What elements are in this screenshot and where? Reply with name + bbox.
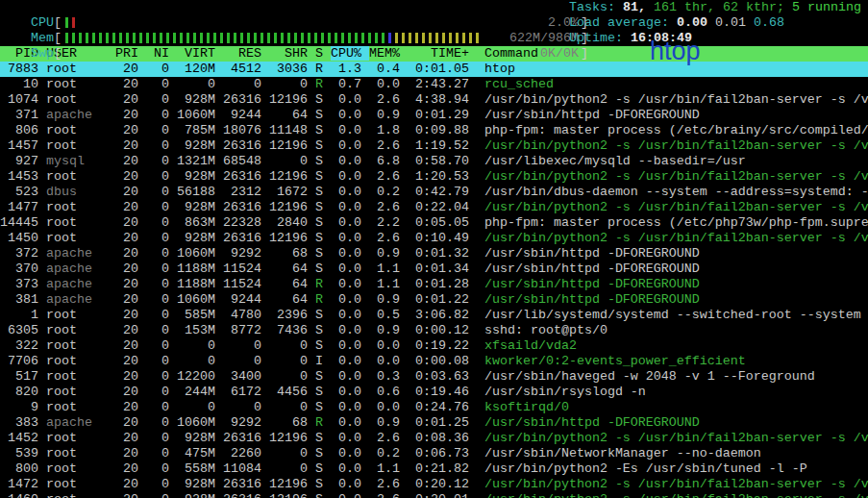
process-row[interactable]: 381 apache 20 0 1060M 9244 64 R 0.0 0.9 … <box>0 292 868 308</box>
process-row[interactable]: 370 apache 20 0 1188M 11524 64 S 0.0 1.1… <box>0 261 868 277</box>
cell-user: root <box>46 231 115 245</box>
tasks-segment-1: 81, <box>623 0 654 14</box>
cell-pid: 1477 <box>0 200 46 214</box>
cell-state: S <box>315 200 331 214</box>
cell-usage-time: 0.0 6.8 0:58.70 <box>331 154 484 168</box>
cell-usage-time: 0.0 2.6 4:38.94 <box>331 92 484 107</box>
cell-state: R <box>315 277 331 291</box>
cell-user: root <box>46 77 115 91</box>
cell-pid: 1452 <box>0 431 46 445</box>
swp-meter-line: Swp[0K/0K] Uptime: 16:08:49 <box>0 31 868 46</box>
cell-state: S <box>315 246 331 261</box>
cell-usage-time: 0.0 0.2 0:42.79 <box>331 185 484 199</box>
cell-stats: 20 0 1060M 9292 68 <box>115 246 315 261</box>
load-segment-0: Load average: <box>569 15 677 30</box>
mem-meter-line: Mem[622M/986M] Load average: 0.00 0.01 0… <box>0 15 868 31</box>
cell-stats: 20 0 0 0 0 <box>115 338 315 353</box>
cell-command: /usr/bin/python2 -s /usr/bin/fail2ban-se… <box>484 231 868 245</box>
process-row[interactable]: 1453 root 20 0 928M 26316 12196 S 0.0 2.… <box>0 169 868 185</box>
process-row[interactable]: 1477 root 20 0 928M 26316 12196 S 0.0 2.… <box>0 200 868 215</box>
cell-usage-time: 0.0 2.2 0:05.05 <box>331 215 484 230</box>
cell-usage-time: 0.0 2.6 1:20.53 <box>331 169 484 184</box>
process-row[interactable]: 373 apache 20 0 1188M 11524 64 R 0.0 1.1… <box>0 277 868 292</box>
cell-state: R <box>315 62 331 76</box>
process-row[interactable]: 1460 root 20 0 928M 26316 12196 S 0.0 2.… <box>0 492 868 498</box>
cell-stats: 20 0 56188 2312 1672 <box>115 185 315 199</box>
process-row-selected[interactable]: 7883 root 20 0 120M 4512 3036 R 1.3 0.4 … <box>0 62 868 77</box>
swp-meter-value: 0K/0K <box>540 46 579 62</box>
cell-command: /usr/libexec/mysqld --basedir=/usr <box>484 154 746 168</box>
cell-usage-time: 0.7 0.0 2:43.27 <box>331 77 484 91</box>
cell-pid: 1450 <box>0 231 46 245</box>
cell-command: sshd: root@pts/0 <box>484 323 608 337</box>
cell-pid: 14445 <box>0 215 46 230</box>
cell-pid: 1460 <box>0 492 46 498</box>
cell-pid: 517 <box>0 369 46 384</box>
cell-pid: 1472 <box>0 477 46 491</box>
cell-state: S <box>315 338 331 353</box>
cell-state: S <box>315 231 331 245</box>
process-row[interactable]: 371 apache 20 0 1060M 9244 64 S 0.0 0.9 … <box>0 108 868 123</box>
cell-command: /usr/bin/python2 -s /usr/bin/fail2ban-se… <box>484 92 868 107</box>
process-row[interactable]: 1074 root 20 0 928M 26316 12196 S 0.0 2.… <box>0 92 868 108</box>
cell-state: S <box>315 323 331 337</box>
process-row[interactable]: 517 root 20 0 12200 3400 0 S 0.0 0.3 0:0… <box>0 369 868 385</box>
cell-pid: 539 <box>0 446 46 461</box>
process-row[interactable]: 383 apache 20 0 1060M 9292 68 R 0.0 0.9 … <box>0 415 868 431</box>
process-row[interactable]: 820 root 20 0 244M 6172 4456 S 0.0 0.6 0… <box>0 385 868 400</box>
cell-command: /usr/bin/python2 -s /usr/bin/fail2ban-se… <box>484 138 868 153</box>
process-row[interactable]: 1452 root 20 0 928M 26316 12196 S 0.0 2.… <box>0 431 868 446</box>
cell-usage-time: 0.0 0.6 0:19.46 <box>331 385 484 399</box>
cell-state: S <box>315 154 331 168</box>
cell-command: /usr/sbin/NetworkManager --no-daemon <box>484 446 761 461</box>
tasks-segment-0: Tasks: <box>569 0 623 14</box>
cell-usage-time: 0.0 0.9 0:01.22 <box>331 292 484 307</box>
process-row[interactable]: 1457 root 20 0 928M 26316 12196 S 0.0 2.… <box>0 138 868 154</box>
cell-stats: 20 0 785M 18076 11148 <box>115 123 315 137</box>
process-row[interactable]: 1 root 20 0 585M 4780 2396 S 0.0 0.5 3:0… <box>0 308 868 323</box>
cell-user: root <box>46 215 115 230</box>
cell-user: apache <box>46 277 115 291</box>
cell-command: php-fpm: master process (/etc/php73w/php… <box>484 215 868 230</box>
process-row[interactable]: 523 dbus 20 0 56188 2312 1672 S 0.0 0.2 … <box>0 185 868 200</box>
cell-command: /usr/sbin/httpd -DFOREGROUND <box>484 246 700 261</box>
cell-usage-time: 0.0 0.9 0:01.29 <box>331 108 484 122</box>
cell-stats: 20 0 928M 26316 12196 <box>115 169 315 184</box>
cell-pid: 9 <box>0 400 46 414</box>
process-row[interactable]: 372 apache 20 0 1060M 9292 68 S 0.0 0.9 … <box>0 246 868 261</box>
cell-state: S <box>315 169 331 184</box>
cell-command: ksoftirqd/0 <box>484 400 569 414</box>
process-row[interactable]: 539 root 20 0 475M 2260 0 S 0.0 0.2 0:06… <box>0 446 868 461</box>
process-row[interactable]: 322 root 20 0 0 0 0 S 0.0 0.0 0:19.22 xf… <box>0 338 868 354</box>
cell-stats: 20 0 120M 4512 3036 <box>115 62 315 76</box>
process-row[interactable]: 1450 root 20 0 928M 26316 12196 S 0.0 2.… <box>0 231 868 246</box>
cell-usage-time: 0.0 0.2 0:06.73 <box>331 446 484 461</box>
process-row[interactable]: 1472 root 20 0 928M 26316 12196 S 0.0 2.… <box>0 477 868 492</box>
cell-pid: 383 <box>0 415 46 430</box>
cell-user: root <box>46 461 115 476</box>
process-row[interactable]: 7706 root 20 0 0 0 0 I 0.0 0.0 0:00.08 k… <box>0 354 868 369</box>
cell-usage-time: 0.0 0.3 0:03.63 <box>331 369 484 384</box>
cell-state: S <box>315 123 331 137</box>
process-row[interactable]: 14445 root 20 0 863M 22328 2840 S 0.0 2.… <box>0 215 868 231</box>
process-row[interactable]: 806 root 20 0 785M 18076 11148 S 0.0 1.8… <box>0 123 868 138</box>
process-row[interactable]: 10 root 20 0 0 0 0 R 0.7 0.0 2:43.27 rcu… <box>0 77 868 92</box>
cell-state: S <box>315 369 331 384</box>
swp-meter-close-bracket: ] <box>581 46 588 61</box>
process-row[interactable]: 9 root 20 0 0 0 0 S 0.0 0.0 0:24.76 ksof… <box>0 400 868 415</box>
tasks-segment-4: 5 running <box>792 0 861 14</box>
cell-command: rcu_sched <box>484 77 554 91</box>
cell-state: S <box>315 492 331 498</box>
cell-stats: 20 0 1321M 68548 0 <box>115 154 315 168</box>
cell-usage-time: 0.0 0.0 0:24.76 <box>331 400 484 414</box>
process-row[interactable]: 6305 root 20 0 153M 8772 7436 S 0.0 0.9 … <box>0 323 868 338</box>
tasks-segment-2: 161 thr, <box>654 0 723 14</box>
cell-usage-time: 0.0 1.8 0:09.88 <box>331 123 484 137</box>
cell-state: R <box>315 415 331 430</box>
cell-state: S <box>315 385 331 399</box>
process-row[interactable]: 800 root 20 0 558M 11084 0 S 0.0 1.1 0:2… <box>0 461 868 477</box>
cell-user: root <box>46 169 115 184</box>
cell-stats: 20 0 0 0 0 <box>115 354 315 368</box>
process-row[interactable]: 927 mysql 20 0 1321M 68548 0 S 0.0 6.8 0… <box>0 154 868 169</box>
cpu-meter-line: CPU[2.0%] Tasks: 81, 161 thr, 62 kthr; 5… <box>0 0 868 15</box>
